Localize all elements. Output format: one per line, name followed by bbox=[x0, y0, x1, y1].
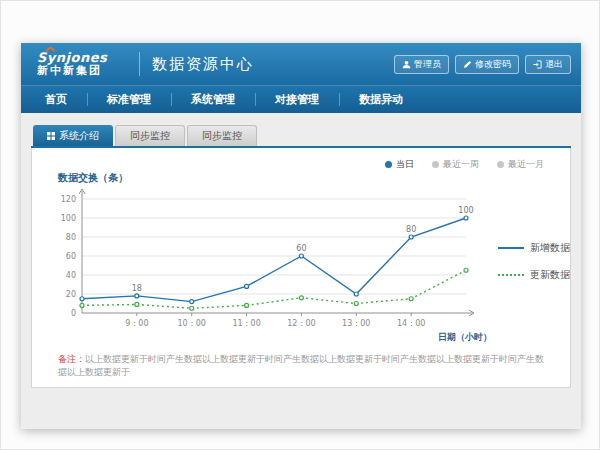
user-icon bbox=[402, 60, 411, 69]
chart-panel: 当日 最近一周 最近一月 数据交换（条） 0204060801001209：00… bbox=[31, 148, 571, 388]
footnote: 备注：以上数据更新于时间产生数据以上数据更新于时间产生数据以上数据更新于时间产生… bbox=[58, 353, 570, 378]
admin-label: 管理员 bbox=[414, 58, 441, 71]
svg-text:12：00: 12：00 bbox=[287, 319, 315, 328]
y-axis-title: 数据交换（条） bbox=[58, 171, 570, 185]
admin-button[interactable]: 管理员 bbox=[394, 55, 449, 74]
filter-label: 当日 bbox=[396, 158, 414, 171]
nav-item-data-change[interactable]: 数据异动 bbox=[339, 86, 423, 113]
solid-line-sample-icon bbox=[498, 247, 524, 249]
svg-text:11：00: 11：00 bbox=[232, 319, 260, 328]
browser-window: Synjones 新中新集团 数据资源中心 管理员 bbox=[21, 43, 581, 429]
app-title: 数据资源中心 bbox=[152, 55, 254, 74]
legend-item-updated-data[interactable]: 更新数据 bbox=[498, 268, 570, 282]
desktop-background: Synjones 新中新集团 数据资源中心 管理员 bbox=[0, 0, 600, 450]
change-password-button[interactable]: 修改密码 bbox=[455, 55, 519, 74]
logout-icon bbox=[533, 60, 542, 69]
company-logo[interactable]: Synjones 新中新集团 bbox=[31, 51, 127, 76]
header-divider bbox=[139, 52, 140, 76]
svg-text:20: 20 bbox=[66, 290, 76, 299]
filter-last-month[interactable]: 最近一月 bbox=[497, 158, 544, 171]
svg-text:40: 40 bbox=[66, 271, 76, 280]
svg-text:13：00: 13：00 bbox=[342, 319, 370, 328]
svg-text:18: 18 bbox=[132, 284, 142, 293]
svg-text:100: 100 bbox=[458, 206, 473, 215]
tab-label: 系统介绍 bbox=[59, 129, 99, 143]
grid-icon bbox=[47, 132, 55, 140]
tab-bar: 系统介绍 同步监控 同步监控 bbox=[31, 125, 571, 146]
nav-item-home[interactable]: 首页 bbox=[25, 86, 87, 113]
svg-text:10：00: 10：00 bbox=[178, 319, 206, 328]
svg-text:日期（小时）: 日期（小时） bbox=[438, 332, 492, 342]
svg-text:60: 60 bbox=[296, 244, 306, 253]
tab-sync-monitor-2[interactable]: 同步监控 bbox=[187, 125, 257, 146]
filter-last-week[interactable]: 最近一周 bbox=[432, 158, 479, 171]
dotted-line-sample-icon bbox=[498, 274, 524, 276]
chart-row: 0204060801001209：0010：0011：0012：0013：001… bbox=[32, 185, 570, 345]
radio-dot-icon bbox=[497, 161, 504, 168]
footnote-label: 备注： bbox=[58, 354, 85, 364]
filter-label: 最近一月 bbox=[508, 158, 544, 171]
tab-label: 同步监控 bbox=[130, 129, 170, 143]
filter-label: 最近一周 bbox=[443, 158, 479, 171]
series-label: 新增数据 bbox=[530, 241, 570, 255]
svg-text:80: 80 bbox=[406, 225, 416, 234]
content-area: 系统介绍 同步监控 同步监控 当日 最近一 bbox=[21, 113, 581, 429]
nav-item-system-mgmt[interactable]: 系统管理 bbox=[171, 86, 255, 113]
svg-text:100: 100 bbox=[61, 214, 76, 223]
svg-text:14：00: 14：00 bbox=[397, 319, 425, 328]
svg-text:9：00: 9：00 bbox=[125, 319, 148, 328]
change-password-label: 修改密码 bbox=[475, 58, 511, 71]
edit-icon bbox=[463, 60, 472, 69]
legend-item-new-data[interactable]: 新增数据 bbox=[498, 241, 570, 255]
series-label: 更新数据 bbox=[530, 268, 570, 282]
tab-system-intro[interactable]: 系统介绍 bbox=[33, 125, 113, 146]
logo-wordmark: Synjones bbox=[37, 51, 127, 65]
filter-today[interactable]: 当日 bbox=[385, 158, 414, 171]
main-nav: 首页 标准管理 系统管理 对接管理 数据异动 bbox=[21, 85, 581, 113]
nav-item-connect-mgmt[interactable]: 对接管理 bbox=[255, 86, 339, 113]
line-chart: 0204060801001209：0010：0011：0012：0013：001… bbox=[46, 185, 496, 345]
svg-text:0: 0 bbox=[71, 309, 76, 318]
radio-dot-icon bbox=[432, 161, 439, 168]
logo-subtext: 新中新集团 bbox=[37, 65, 127, 77]
app-header: Synjones 新中新集团 数据资源中心 管理员 bbox=[21, 43, 581, 85]
logout-button[interactable]: 退出 bbox=[525, 55, 571, 74]
svg-text:120: 120 bbox=[61, 195, 76, 204]
tab-sync-monitor-1[interactable]: 同步监控 bbox=[115, 125, 185, 146]
logout-label: 退出 bbox=[545, 58, 563, 71]
svg-text:80: 80 bbox=[66, 233, 76, 242]
nav-item-standard-mgmt[interactable]: 标准管理 bbox=[87, 86, 171, 113]
svg-text:60: 60 bbox=[66, 252, 76, 261]
series-legend: 新增数据 更新数据 bbox=[498, 241, 570, 282]
footnote-text: 以上数据更新于时间产生数据以上数据更新于时间产生数据以上数据更新于时间产生数据以… bbox=[58, 354, 544, 377]
radio-dot-icon bbox=[385, 161, 392, 168]
header-actions: 管理员 修改密码 退出 bbox=[394, 55, 571, 74]
tab-label: 同步监控 bbox=[202, 129, 242, 143]
time-range-filters: 当日 最近一周 最近一月 bbox=[32, 148, 570, 171]
